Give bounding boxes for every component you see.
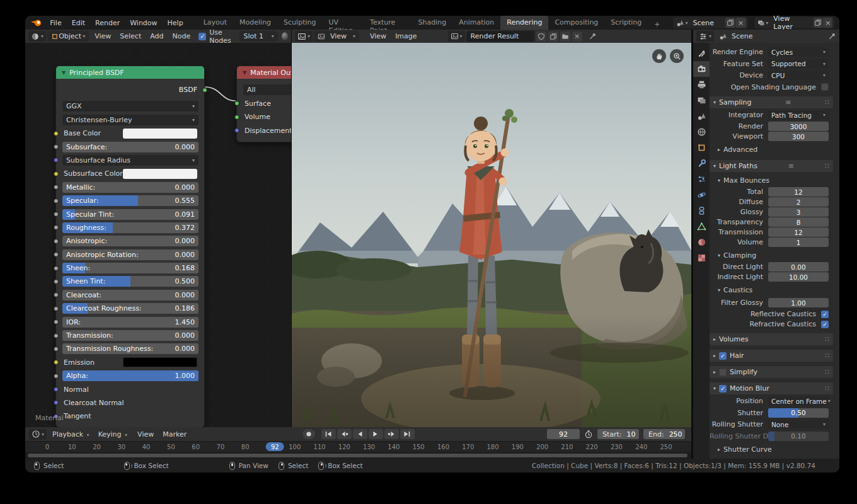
node-socket[interactable] [54,374,59,379]
node-row[interactable]: Sheen Tint: 0.500 ▾ [62,276,198,287]
slot-dropdown[interactable]: Slot 1 ▾ [239,31,277,42]
panel-section-header[interactable]: ▸ ✓ Simplify ≡ ∷ [710,366,833,378]
drag-dots-icon[interactable]: ∷ [825,98,829,106]
node-row[interactable]: Transmission: 0.000 ▾ [62,330,198,341]
header-menu-item[interactable]: Playback ▾ [48,430,94,438]
node-socket[interactable] [54,333,59,338]
add-workspace-button[interactable]: + [648,18,666,28]
section-checkbox[interactable]: ✓ [719,352,727,360]
number-field[interactable]: 3 [768,207,829,217]
node-row[interactable]: Base Color ▾ [62,128,198,139]
collapse-arrow-icon[interactable]: ▼ [62,70,66,76]
next-keyframe-button[interactable] [384,429,399,439]
node-row[interactable]: Clearcoat Roughness: 0.186 ▾ [62,303,198,314]
number-field[interactable]: 12 [768,227,829,237]
panel-section-header[interactable]: ▸ ✓ Volumes ≡ ∷ [710,333,833,345]
node-header[interactable]: ▼ Material Output [237,66,291,79]
editor-type-button[interactable]: ▾ [28,31,46,42]
shader-type-dropdown[interactable]: Object ▾ [47,31,89,42]
slider[interactable]: 0.10 [768,432,829,441]
workspace-tab[interactable]: Texture Paint [364,16,411,30]
node-socket[interactable] [54,360,59,365]
workspace-tab[interactable]: Sculpting [277,16,322,30]
header-menu-item[interactable]: Node [168,32,195,40]
workspace-tab[interactable]: Shading [411,16,452,30]
node-row[interactable]: Subsurface: 0.000 ▾ [62,142,198,152]
properties-tab[interactable] [693,250,710,266]
drag-dots-icon[interactable]: ∷ [825,384,829,392]
open-image-folder-icon[interactable] [560,32,570,42]
use-nodes-toggle[interactable]: ✓ Use Nodes [198,30,233,45]
section-arrow-icon[interactable]: ▾ [713,163,716,169]
section-arrow-icon[interactable]: ▸ [713,336,716,342]
number-field[interactable]: 1 [768,238,829,247]
slider[interactable]: 0.50 [768,408,829,418]
number-field[interactable]: 2 [768,197,829,207]
header-menu-item[interactable]: View [90,32,115,40]
node-socket[interactable] [54,131,59,136]
node-socket[interactable] [54,279,59,284]
menu-item[interactable]: Render [90,19,125,27]
workspace-tab[interactable]: Rendering [500,16,548,30]
color-swatch[interactable] [123,129,197,139]
node-socket[interactable] [54,185,59,190]
dropdown[interactable]: Supported▾ [768,59,829,69]
node-row[interactable]: Sheen: 0.168 ▾ [62,263,198,273]
zoom-plus-icon[interactable] [670,49,684,63]
menu-item[interactable]: File [45,19,66,27]
menu-item[interactable]: Window [125,19,162,27]
properties-tab[interactable] [693,61,710,77]
panel-section-header[interactable]: ▾ ✓ Motion Blur ≡ ∷ [710,382,833,394]
panel-section-header[interactable]: ▾ ✓ Clamping ≡ ∷ [710,249,833,261]
unlink-close-icon[interactable]: × [572,32,582,42]
header-menu-item[interactable]: Add [146,32,168,40]
new-view-layer-button[interactable] [814,18,823,28]
dropdown[interactable]: None▾ [768,420,829,429]
timeline-scrollbar[interactable] [25,452,691,459]
fake-user-shield-icon[interactable] [536,32,546,42]
node-canvas[interactable]: ▼ Principled BSDF BSDF ▾ [25,43,291,427]
properties-tab[interactable] [693,234,710,250]
header-menu-item[interactable]: View [133,430,158,438]
panel-section-header[interactable]: ▸ ✓ Shutter Curve ≡ ∷ [710,444,833,455]
image-datablock-button[interactable]: ▾ [448,31,465,42]
editor-type-button[interactable]: ▾ [295,31,313,42]
scene-selector[interactable]: ▾ Scene × [673,17,748,28]
pan-hand-icon[interactable] [652,49,666,63]
number-field[interactable]: 3000 [768,122,829,131]
panel-section-header[interactable]: ▾ ✓ Max Bounces ≡ ∷ [710,175,833,186]
drag-dots-icon[interactable]: ∷ [825,162,829,170]
rendered-image[interactable] [292,43,691,427]
node-row[interactable]: IOR: 1.450 ▾ [62,317,198,328]
node-row[interactable]: Emission ▾ [62,357,198,368]
node-row[interactable]: Christensen-Burley ▾ [62,115,198,125]
scrollbar-handle[interactable] [28,454,687,457]
section-arrow-icon[interactable]: ▸ [718,447,720,452]
node-row[interactable]: Anisotropic: 0.000 ▾ [62,236,198,246]
node-socket[interactable] [54,266,59,271]
pin-icon[interactable] [589,32,597,40]
presets-list-icon[interactable]: ≡ [785,98,791,106]
use-nodes-checkbox[interactable]: ✓ [198,33,206,40]
properties-tab[interactable] [693,77,710,93]
collapse-arrow-icon[interactable]: ▼ [243,70,246,76]
node-socket[interactable] [54,144,59,149]
header-menu-item[interactable]: Select [115,32,146,40]
jump-to-start-button[interactable] [321,429,336,439]
node-socket[interactable] [54,225,59,230]
current-frame-field[interactable]: 92 [547,429,580,439]
drag-dots-icon[interactable]: ∷ [825,368,829,376]
jump-to-end-button[interactable] [400,429,415,439]
node-socket[interactable] [54,387,59,392]
section-arrow-icon[interactable]: ▾ [718,178,720,183]
record-button[interactable] [302,429,315,439]
color-swatch[interactable] [123,357,197,367]
node-socket[interactable] [54,252,59,257]
node-row[interactable]: Metallic: 0.000 ▾ [62,182,198,193]
properties-tab[interactable] [693,108,710,124]
section-arrow-icon[interactable]: ▾ [713,386,716,391]
editor-type-button[interactable]: ▾ [696,31,714,42]
node-socket[interactable] [54,171,59,176]
node-row[interactable]: GGX ▾ [62,101,198,112]
menu-item[interactable]: Help [163,19,188,27]
